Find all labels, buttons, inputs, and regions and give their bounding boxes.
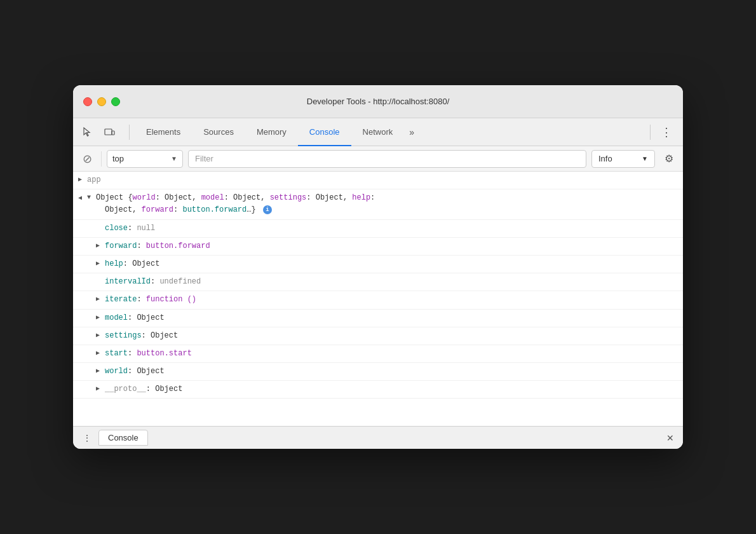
devtools-window: Developer Tools - http://localhost:8080/… xyxy=(73,85,683,449)
prop-proto-arrow xyxy=(96,385,105,392)
tab-memory[interactable]: Memory xyxy=(245,119,298,146)
console-toolbar-divider xyxy=(101,151,102,167)
toolbar-divider xyxy=(129,125,130,140)
prop-start-arrow xyxy=(96,349,105,357)
tab-sources[interactable]: Sources xyxy=(192,119,245,146)
prop-model-arrow xyxy=(96,313,105,321)
bottom-menu-button[interactable]: ⋮ xyxy=(78,429,96,447)
level-selector[interactable]: Info ▼ xyxy=(591,150,655,168)
prop-help-arrow xyxy=(96,259,105,267)
prop-settings[interactable]: settings: Object xyxy=(73,327,683,345)
prop-proto[interactable]: __proto__: Object xyxy=(73,381,683,399)
bottom-console-tab[interactable]: Console xyxy=(98,430,148,446)
window-title: Developer Tools - http://localhost:8080/ xyxy=(307,97,450,106)
close-bottom-panel-button[interactable]: ✕ xyxy=(663,430,678,446)
bottom-bar: ⋮ Console ✕ xyxy=(73,426,683,449)
prop-forward[interactable]: forward: button.forward xyxy=(73,238,683,256)
tab-elements[interactable]: Elements xyxy=(135,119,192,146)
minimize-button[interactable] xyxy=(97,97,106,106)
console-content: ▶ app ◀ ▼ Object {world: Object, model: … xyxy=(73,172,683,426)
prop-intervalid[interactable]: intervalId: undefined xyxy=(73,273,683,291)
prop-world-arrow xyxy=(96,367,105,374)
settings-button[interactable]: ⚙ xyxy=(660,150,678,168)
prop-iterate-arrow xyxy=(96,295,105,303)
filter-input[interactable] xyxy=(188,150,586,168)
app-row-label: app xyxy=(87,174,678,186)
prop-world[interactable]: world: Object xyxy=(73,363,683,381)
tab-console[interactable]: Console xyxy=(298,119,351,146)
devtools-menu-button[interactable]: ⋮ xyxy=(656,125,678,139)
main-toolbar: Elements Sources Memory Console Network … xyxy=(73,118,683,146)
object-row[interactable]: ◀ ▼ Object {world: Object, model: Object… xyxy=(73,189,683,219)
svg-rect-0 xyxy=(105,129,112,135)
toolbar-icons xyxy=(78,123,119,142)
more-tabs-button[interactable]: » xyxy=(404,127,419,137)
tab-network[interactable]: Network xyxy=(351,119,405,146)
title-bar: Developer Tools - http://localhost:8080/ xyxy=(73,85,683,118)
prop-close[interactable]: close: null xyxy=(73,220,683,238)
info-badge: i xyxy=(263,205,272,214)
prop-model[interactable]: model: Object xyxy=(73,310,683,327)
context-dropdown-arrow: ▼ xyxy=(171,155,177,162)
prop-start[interactable]: start: button.start xyxy=(73,345,683,363)
nav-right-divider xyxy=(650,125,651,140)
console-toolbar: ⊘ top ▼ Info ▼ ⚙ xyxy=(73,146,683,172)
context-selector[interactable]: top ▼ xyxy=(107,150,183,168)
object-summary: Object {world: Object, model: Object, se… xyxy=(96,192,678,216)
cursor-icon-button[interactable] xyxy=(78,123,97,142)
down-arrow-icon: ▼ xyxy=(87,194,96,201)
prop-iterate[interactable]: iterate: function () xyxy=(73,291,683,309)
close-button[interactable] xyxy=(83,97,92,106)
back-arrow: ◀ xyxy=(78,194,87,202)
maximize-button[interactable] xyxy=(111,97,120,106)
prop-help[interactable]: help: Object xyxy=(73,256,683,273)
prop-forward-arrow xyxy=(96,242,105,249)
clear-console-button[interactable]: ⊘ xyxy=(78,150,96,168)
traffic-lights xyxy=(83,97,120,106)
prop-settings-arrow xyxy=(96,331,105,339)
level-dropdown-arrow: ▼ xyxy=(642,155,648,162)
app-row-arrow: ▶ xyxy=(78,175,87,183)
responsive-icon-button[interactable] xyxy=(100,123,119,142)
nav-tabs: Elements Sources Memory Console Network … xyxy=(135,118,645,146)
app-row[interactable]: ▶ app xyxy=(73,172,683,189)
svg-rect-1 xyxy=(112,131,114,135)
